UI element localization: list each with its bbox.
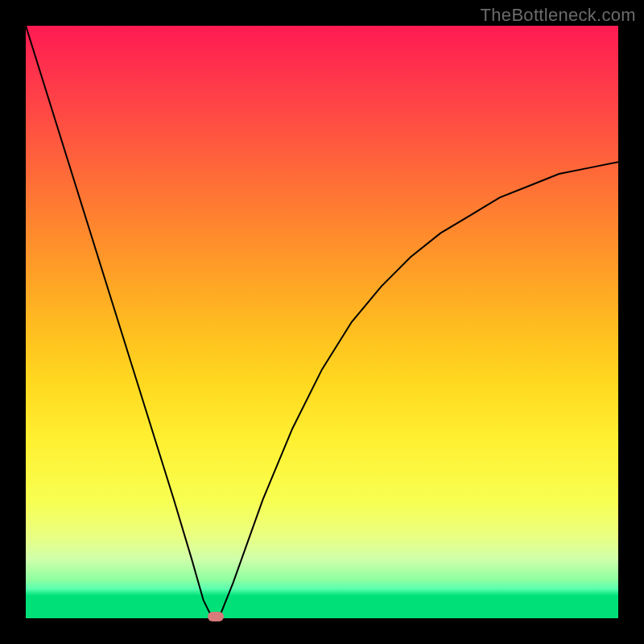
bottleneck-curve <box>26 26 618 618</box>
plot-area <box>26 26 618 618</box>
chart-frame: TheBottleneck.com <box>0 0 644 644</box>
minimum-marker <box>208 612 224 621</box>
watermark-text: TheBottleneck.com <box>481 5 636 26</box>
